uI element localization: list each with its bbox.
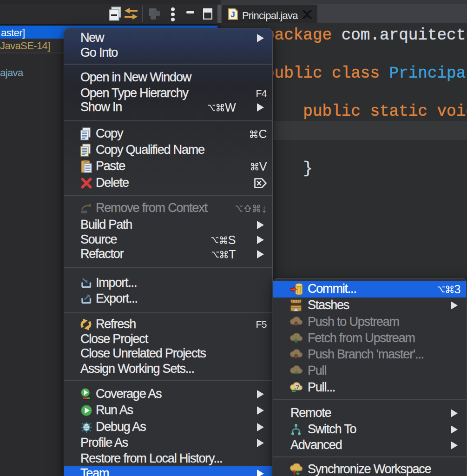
svg-text:J: J bbox=[230, 10, 235, 19]
svg-text:?: ? bbox=[296, 383, 299, 390]
